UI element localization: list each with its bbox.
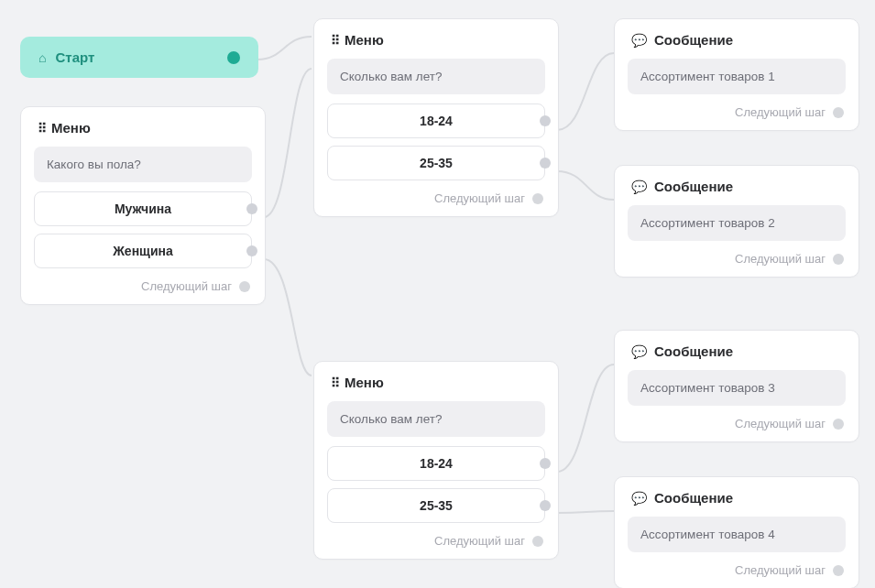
connector-port[interactable]: [239, 281, 250, 292]
next-step[interactable]: Следующий шаг: [628, 560, 846, 579]
node-title: Меню: [345, 32, 384, 48]
node-header[interactable]: ⠿ Меню: [327, 375, 545, 401]
message-body: Ассортимент товаров 4: [628, 517, 846, 552]
message-body: Ассортимент товаров 3: [628, 370, 846, 406]
connector-port[interactable]: [540, 500, 551, 511]
next-step[interactable]: Следующий шаг: [628, 102, 846, 121]
next-step-label: Следующий шаг: [141, 279, 232, 293]
connector-port[interactable]: [833, 254, 844, 265]
next-step[interactable]: Следующий шаг: [34, 276, 252, 295]
next-step-label: Следующий шаг: [735, 105, 826, 119]
next-step[interactable]: Следующий шаг: [327, 530, 545, 550]
drag-icon: ⠿: [38, 121, 44, 136]
node-title: Сообщение: [654, 343, 733, 359]
connector-port[interactable]: [833, 419, 844, 430]
node-title: Меню: [345, 375, 384, 390]
option-female[interactable]: Женщина: [34, 234, 252, 268]
message-node-3[interactable]: 💬 Сообщение Ассортимент товаров 3 Следую…: [614, 330, 859, 442]
question-text: Сколько вам лет?: [327, 401, 545, 437]
start-label: Старт: [55, 49, 218, 65]
message-body: Ассортимент товаров 2: [628, 205, 846, 241]
option-18-24[interactable]: 18-24: [327, 446, 545, 481]
message-node-1[interactable]: 💬 Сообщение Ассортимент товаров 1 Следую…: [614, 18, 859, 131]
option-label: Мужчина: [115, 201, 171, 216]
home-icon: ⌂: [38, 50, 46, 65]
connector-port[interactable]: [540, 458, 551, 469]
connector-port[interactable]: [532, 536, 543, 547]
node-title: Меню: [51, 120, 91, 136]
node-title: Сообщение: [654, 490, 733, 506]
option-label: 25-35: [420, 498, 453, 513]
menu-node-age-bottom[interactable]: ⠿ Меню Сколько вам лет? 18-24 25-35 След…: [313, 361, 559, 560]
menu-node-age-top[interactable]: ⠿ Меню Сколько вам лет? 18-24 25-35 След…: [313, 18, 559, 217]
node-header[interactable]: 💬 Сообщение: [628, 179, 846, 205]
node-header[interactable]: 💬 Сообщение: [628, 32, 846, 59]
connector-port[interactable]: [833, 565, 844, 576]
connector-port[interactable]: [246, 203, 257, 214]
node-title: Сообщение: [654, 179, 733, 194]
drag-icon: ⠿: [331, 33, 337, 48]
connector-port[interactable]: [833, 107, 844, 118]
node-header[interactable]: ⠿ Меню: [327, 32, 545, 59]
message-node-2[interactable]: 💬 Сообщение Ассортимент товаров 2 Следую…: [614, 165, 859, 278]
option-label: Женщина: [113, 244, 173, 258]
message-node-4[interactable]: 💬 Сообщение Ассортимент товаров 4 Следую…: [614, 476, 859, 588]
next-step-label: Следующий шаг: [434, 534, 525, 548]
question-text: Сколько вам лет?: [327, 59, 545, 94]
message-icon: 💬: [631, 33, 647, 48]
option-25-35[interactable]: 25-35: [327, 488, 545, 523]
option-label: 18-24: [420, 456, 453, 471]
next-step[interactable]: Следующий шаг: [327, 188, 545, 207]
flow-canvas[interactable]: ⌂ Старт ⠿ Меню Какого вы пола? Мужчина Ж…: [0, 0, 875, 588]
menu-node-gender[interactable]: ⠿ Меню Какого вы пола? Мужчина Женщина С…: [20, 106, 266, 305]
node-header[interactable]: ⠿ Меню: [34, 120, 252, 147]
next-step-label: Следующий шаг: [434, 191, 525, 205]
node-header[interactable]: 💬 Сообщение: [628, 343, 846, 370]
next-step-label: Следующий шаг: [735, 563, 826, 577]
connector-port[interactable]: [540, 115, 551, 126]
option-label: 25-35: [420, 156, 453, 170]
message-icon: 💬: [631, 344, 647, 359]
message-icon: 💬: [631, 180, 647, 194]
message-body: Ассортимент товаров 1: [628, 59, 846, 94]
option-male[interactable]: Мужчина: [34, 191, 252, 226]
option-18-24[interactable]: 18-24: [327, 103, 545, 138]
connector-port[interactable]: [227, 51, 240, 64]
node-title: Сообщение: [654, 32, 733, 48]
node-header[interactable]: 💬 Сообщение: [628, 490, 846, 517]
next-step-label: Следующий шаг: [735, 417, 826, 430]
connector-port[interactable]: [246, 245, 257, 256]
next-step-label: Следующий шаг: [735, 252, 826, 266]
connector-port[interactable]: [540, 158, 551, 169]
message-icon: 💬: [631, 491, 647, 506]
drag-icon: ⠿: [331, 376, 337, 390]
option-label: 18-24: [420, 114, 453, 128]
start-node[interactable]: ⌂ Старт: [20, 37, 258, 78]
next-step[interactable]: Следующий шаг: [628, 413, 846, 432]
option-25-35[interactable]: 25-35: [327, 146, 545, 180]
next-step[interactable]: Следующий шаг: [628, 248, 846, 267]
connector-port[interactable]: [532, 193, 543, 204]
question-text: Какого вы пола?: [34, 147, 252, 182]
